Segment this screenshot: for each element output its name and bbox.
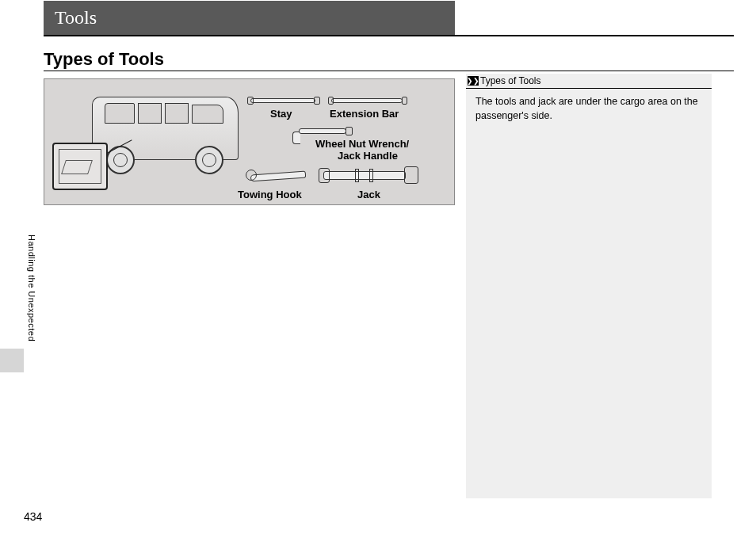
stay-tool-illustration xyxy=(250,98,315,103)
extension-bar-endcap xyxy=(402,97,407,105)
towing-hook-label: Towing Hook xyxy=(238,189,302,200)
jack-rib xyxy=(369,169,373,182)
extension-bar-label: Extension Bar xyxy=(330,108,399,120)
wrench-illustration xyxy=(299,128,346,134)
sidebar-header-text: Types of Tools xyxy=(480,75,541,86)
section-underline xyxy=(44,71,734,71)
page-number: 434 xyxy=(24,510,42,523)
sidebar-header: ❯❯ Types of Tools xyxy=(466,74,712,89)
jack-base xyxy=(404,166,418,184)
sidebar-marker-icon: ❯❯ xyxy=(468,76,479,86)
stay-label: Stay xyxy=(270,108,292,120)
chapter-title: Tools xyxy=(55,7,97,29)
jack-label: Jack xyxy=(357,189,380,200)
side-tab-marker xyxy=(0,349,24,372)
header-underline xyxy=(44,35,734,36)
wrench-label-line2: Jack Handle xyxy=(338,150,398,162)
sidebar-body-text: The tools and jack are under the cargo a… xyxy=(466,89,712,129)
jack-illustration xyxy=(323,171,406,180)
cargo-area-callout xyxy=(52,143,108,190)
stay-endcap xyxy=(314,97,320,105)
jack-end xyxy=(319,168,330,183)
vehicle-illustration xyxy=(84,87,246,182)
sidebar-panel: ❯❯ Types of Tools The tools and jack are… xyxy=(466,74,712,498)
jack-rib xyxy=(355,169,359,182)
towing-hook-illustration xyxy=(250,171,306,182)
extension-bar-endcap xyxy=(328,97,334,105)
wrench-socket xyxy=(346,127,353,135)
wrench-label-line1: Wheel Nut Wrench/ xyxy=(315,138,409,150)
stay-endcap xyxy=(247,97,254,105)
tools-figure: Stay Extension Bar Wheel Nut Wrench/ Jac… xyxy=(44,78,455,205)
chapter-header-bar: Tools xyxy=(44,1,455,35)
section-title: Types of Tools xyxy=(44,49,164,70)
towing-hook-eye xyxy=(246,170,257,181)
extension-bar-illustration xyxy=(331,98,403,103)
side-tab-label: Handling the Unexpected xyxy=(25,235,36,341)
